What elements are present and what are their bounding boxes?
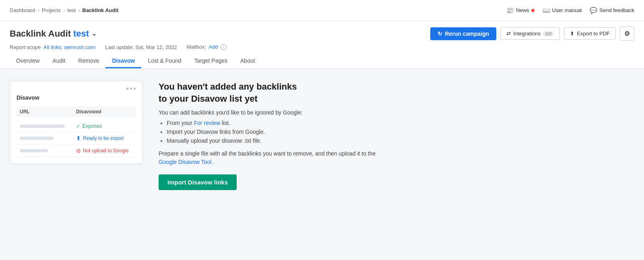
tab-bar: Overview Audit Remove Disavow Lost & Fou…	[10, 54, 634, 68]
mailbox-add-link[interactable]: Add	[209, 44, 218, 50]
block-icon: ⊘	[76, 147, 81, 154]
mailbox-info-icon[interactable]: i	[221, 44, 227, 50]
breadcrumb-sep1: ›	[38, 7, 39, 13]
preview-row-1: ✓ Exported	[17, 120, 136, 132]
news-badge	[531, 9, 535, 12]
news-icon: 📰	[506, 7, 514, 14]
export-arrow-icon: ⬆	[76, 135, 81, 141]
disavow-preview-card: Disavow URL Disavowed ✓ Exported ⬆ Ready…	[10, 81, 142, 164]
footer-suffix: .	[213, 159, 215, 165]
bullet-1-suffix: list.	[222, 120, 230, 126]
breadcrumb: Dashboard › Projects › test › Backlink A…	[10, 7, 118, 13]
breadcrumb-test[interactable]: test	[67, 7, 76, 13]
rerun-campaign-button[interactable]: ↻ Rerun campaign	[430, 27, 496, 40]
bullet-2-text: Import your Disavow links from Google.	[167, 129, 265, 135]
empty-title-line2: to your Disavow list yet	[159, 94, 258, 104]
bullet-1: From your For review list.	[167, 120, 392, 126]
empty-title-line1: You haven't added any backlinks	[159, 82, 297, 92]
integrations-count: 0/3	[543, 31, 554, 37]
integrations-button[interactable]: ⇄ Integrations 0/3	[500, 27, 560, 40]
settings-button[interactable]: ⚙	[620, 27, 634, 41]
col-disavowed: Disavowed	[76, 109, 132, 115]
breadcrumb-dashboard[interactable]: Dashboard	[10, 7, 35, 13]
report-scope-link[interactable]: All links: semrush.com	[43, 44, 95, 50]
empty-state-footer: Prepare a single file with all the backl…	[159, 149, 392, 166]
exported-label: Exported	[83, 123, 102, 129]
report-scope: Report scope All links: semrush.com	[10, 44, 95, 50]
url-bar-1	[20, 125, 65, 128]
breadcrumb-projects[interactable]: Projects	[42, 7, 61, 13]
book-icon: 📖	[543, 7, 550, 14]
preview-card-title: Disavow	[17, 94, 136, 101]
not-upload-label: Not upload to Google	[83, 148, 128, 154]
google-disavow-tool-link[interactable]: Google Disavow Tool	[159, 159, 211, 165]
page-title-text: Backlink Audit	[10, 29, 71, 39]
report-scope-label: Report scope	[10, 44, 41, 50]
mailbox: Mailbox: Add i	[187, 44, 227, 50]
url-bar-2	[20, 137, 54, 140]
feedback-icon: 💬	[590, 7, 597, 14]
preview-card-inner: Disavow URL Disavowed ✓ Exported ⬆ Ready…	[10, 81, 142, 164]
last-update: Last update: Sat, Mar 12, 2022	[105, 44, 177, 50]
project-dropdown-icon[interactable]: ⌄	[91, 30, 97, 37]
empty-state: You haven't added any backlinks to your …	[159, 81, 392, 190]
export-pdf-button[interactable]: ⬆ Export to PDF	[564, 27, 616, 40]
integrations-label: Integrations	[513, 31, 541, 37]
tab-disavow[interactable]: Disavow	[105, 54, 141, 68]
header-section: Backlink Audit test ⌄ ↻ Rerun campaign ⇄…	[0, 21, 644, 69]
import-disavow-button[interactable]: Import Disavow links	[159, 174, 237, 190]
card-dots	[17, 88, 136, 90]
user-manual-link[interactable]: 📖 User manual	[543, 7, 582, 14]
top-nav-right: 📰 News 📖 User manual 💬 Send feedback	[506, 7, 634, 14]
integrations-icon: ⇄	[506, 31, 511, 37]
preview-table-header: URL Disavowed	[17, 106, 136, 117]
url-bar-3	[20, 149, 48, 152]
empty-state-description: You can add backlinks you'd like to be i…	[159, 109, 392, 116]
send-feedback-link[interactable]: 💬 Send feedback	[590, 7, 634, 14]
export-icon: ⬆	[570, 31, 574, 37]
breadcrumb-sep2: ›	[63, 7, 65, 13]
status-exported: ✓ Exported	[76, 123, 132, 129]
bullet-2: Import your Disavow links from Google.	[167, 129, 392, 135]
news-label: News	[516, 7, 529, 13]
subtitle-row: Report scope All links: semrush.com Last…	[10, 44, 634, 50]
footer-text: Prepare a single file with all the backl…	[159, 150, 376, 157]
dot1	[126, 88, 128, 90]
empty-state-title: You haven't added any backlinks to your …	[159, 81, 392, 104]
project-name[interactable]: test	[73, 29, 89, 39]
dot2	[130, 88, 132, 90]
preview-row-2: ⬆ Ready to be export	[17, 132, 136, 145]
news-link[interactable]: 📰 News	[506, 7, 535, 14]
send-feedback-label: Send feedback	[599, 7, 634, 13]
status-ready: ⬆ Ready to be export	[76, 135, 132, 141]
rerun-label: Rerun campaign	[445, 31, 489, 37]
tab-lost-found[interactable]: Lost & Found	[141, 54, 188, 68]
check-icon: ✓	[76, 123, 80, 129]
gear-icon: ⚙	[624, 30, 630, 37]
user-manual-label: User manual	[552, 7, 582, 13]
header-row: Backlink Audit test ⌄ ↻ Rerun campaign ⇄…	[10, 27, 634, 41]
bullet-1-text: From your	[167, 120, 194, 126]
ready-label: Ready to be export	[83, 135, 124, 141]
main-content: Disavow URL Disavowed ✓ Exported ⬆ Ready…	[0, 69, 644, 202]
rerun-icon: ↻	[438, 31, 442, 37]
tab-remove[interactable]: Remove	[72, 54, 105, 68]
tab-target-pages[interactable]: Target Pages	[188, 54, 234, 68]
tab-overview[interactable]: Overview	[10, 54, 46, 68]
mailbox-label: Mailbox:	[187, 44, 206, 50]
status-not-upload: ⊘ Not upload to Google	[76, 147, 132, 154]
tab-audit[interactable]: Audit	[46, 54, 72, 68]
page-title: Backlink Audit test ⌄	[10, 29, 97, 39]
breadcrumb-current: Backlink Audit	[83, 7, 119, 13]
breadcrumb-sep3: ›	[78, 7, 80, 13]
tab-about[interactable]: About	[234, 54, 262, 68]
header-actions: ↻ Rerun campaign ⇄ Integrations 0/3 ⬆ Ex…	[430, 27, 634, 41]
bullet-3: Manually upload your disavow .txt file.	[167, 137, 392, 144]
bullet-3-text: Manually upload your disavow .txt file.	[167, 137, 262, 144]
dot3	[134, 88, 136, 90]
for-review-link[interactable]: For review	[194, 120, 220, 126]
empty-state-bullets: From your For review list. Import your D…	[159, 120, 392, 144]
export-label: Export to PDF	[577, 31, 610, 37]
preview-row-3: ⊘ Not upload to Google	[17, 145, 136, 157]
col-url: URL	[20, 109, 76, 115]
